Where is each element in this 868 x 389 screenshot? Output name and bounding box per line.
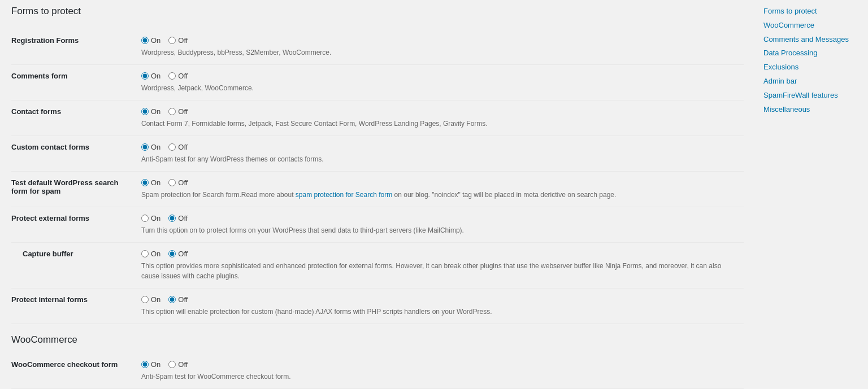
label-contact-forms: Contact forms <box>11 100 136 136</box>
description-contact-forms: Contact Form 7, Formidable forms, Jetpac… <box>141 119 738 129</box>
page-wrapper: Forms to protect Registration Forms On O… <box>0 0 868 389</box>
sidebar-link-forms-to-protect[interactable]: Forms to protect <box>763 7 817 15</box>
description-test-search: Spam protection for Search form.Read mor… <box>141 190 738 200</box>
radio-on-test-search[interactable] <box>141 179 149 186</box>
radio-off-custom-contact-forms[interactable] <box>168 143 176 151</box>
radio-group-test-search: On Off <box>141 178 738 187</box>
radio-off-contact-forms[interactable] <box>168 108 176 115</box>
label-on-custom-contact-forms[interactable]: On <box>141 143 160 151</box>
radio-off-protect-internal[interactable] <box>168 296 176 303</box>
form-table: Registration Forms On OffWordpress, Budd… <box>11 29 744 324</box>
sidebar: Forms to protectWooCommerceComments and … <box>755 0 868 389</box>
label-on-woo-checkout[interactable]: On <box>141 360 160 369</box>
description-registration-forms: Wordpress, Buddypress, bbPress, S2Member… <box>141 47 738 58</box>
sidebar-link-spamfirewall-features[interactable]: SpamFireWall features <box>763 91 838 99</box>
control-registration-forms: On OffWordpress, Buddypress, bbPress, S2… <box>136 29 744 65</box>
control-protect-external: On OffTurn this option on to protect for… <box>136 207 744 243</box>
label-custom-contact-forms: Custom contact forms <box>11 136 136 172</box>
label-off-contact-forms[interactable]: Off <box>168 107 188 116</box>
label-on-contact-forms[interactable]: On <box>141 107 160 116</box>
control-custom-contact-forms: On OffAnti-Spam test for any WordPress t… <box>136 136 744 172</box>
control-capture-buffer: On OffThis option provides more sophisti… <box>136 243 744 289</box>
sidebar-link-comments-and-messages[interactable]: Comments and Messages <box>763 35 849 43</box>
label-on-registration-forms[interactable]: On <box>141 36 160 45</box>
description-protect-external: Turn this option on to protect forms on … <box>141 225 738 235</box>
radio-off-protect-external[interactable] <box>168 215 176 222</box>
radio-group-protect-internal: On Off <box>141 295 738 304</box>
sidebar-item-data-processing[interactable]: Data Processing <box>763 47 860 59</box>
label-on-comments-form[interactable]: On <box>141 72 160 80</box>
radio-off-comments-form[interactable] <box>168 72 176 80</box>
label-off-test-search[interactable]: Off <box>168 178 188 187</box>
radio-on-custom-contact-forms[interactable] <box>141 143 149 151</box>
label-protect-external: Protect external forms <box>11 207 136 243</box>
control-comments-form: On OffWordpress, Jetpack, WooCommerce. <box>136 65 744 100</box>
description-capture-buffer: This option provides more sophisticated … <box>141 261 738 281</box>
label-off-protect-internal[interactable]: Off <box>168 295 188 304</box>
control-protect-internal: On OffThis option will enable protection… <box>136 289 744 324</box>
link-test-search[interactable]: spam protection for Search form <box>296 191 392 199</box>
sidebar-link-admin-bar[interactable]: Admin bar <box>763 77 797 85</box>
sidebar-nav: Forms to protectWooCommerceComments and … <box>763 6 860 115</box>
label-woo-checkout: WooCommerce checkout form <box>11 353 136 389</box>
control-test-search: On OffSpam protection for Search form.Re… <box>136 172 744 207</box>
control-woo-checkout: On OffAnti-Spam test for WooCommerce che… <box>136 353 744 389</box>
label-off-registration-forms[interactable]: Off <box>168 36 188 45</box>
label-registration-forms: Registration Forms <box>11 29 136 65</box>
radio-group-woo-checkout: On Off <box>141 360 738 369</box>
description-protect-internal: This option will enable protection for c… <box>141 307 738 317</box>
label-protect-internal: Protect internal forms <box>11 289 136 324</box>
main-content: Forms to protect Registration Forms On O… <box>0 0 755 389</box>
label-off-custom-contact-forms[interactable]: Off <box>168 143 188 151</box>
radio-on-protect-internal[interactable] <box>141 296 149 303</box>
label-on-test-search[interactable]: On <box>141 178 160 187</box>
label-test-search: Test default WordPress search form for s… <box>11 172 136 207</box>
sidebar-item-admin-bar[interactable]: Admin bar <box>763 76 860 88</box>
sidebar-item-spamfirewall-features[interactable]: SpamFireWall features <box>763 90 860 102</box>
sidebar-item-miscellaneous[interactable]: Miscellaneous <box>763 104 860 116</box>
radio-off-registration-forms[interactable] <box>168 37 176 44</box>
section-title: Forms to protect <box>11 6 744 20</box>
radio-on-woo-checkout[interactable] <box>141 361 149 368</box>
radio-group-registration-forms: On Off <box>141 36 738 45</box>
radio-on-capture-buffer[interactable] <box>141 250 149 257</box>
radio-on-registration-forms[interactable] <box>141 37 149 44</box>
description-woo-checkout: Anti-Spam test for WooCommerce checkout … <box>141 371 738 382</box>
label-off-woo-checkout[interactable]: Off <box>168 360 188 369</box>
description-custom-contact-forms: Anti-Spam test for any WordPress themes … <box>141 154 738 164</box>
sidebar-link-woocommerce[interactable]: WooCommerce <box>763 21 814 29</box>
label-on-protect-internal[interactable]: On <box>141 295 160 304</box>
sidebar-item-forms-to-protect[interactable]: Forms to protect <box>763 6 860 18</box>
sidebar-item-woocommerce[interactable]: WooCommerce <box>763 20 860 32</box>
radio-off-test-search[interactable] <box>168 179 176 186</box>
woo-form-table: WooCommerce checkout form On OffAnti-Spa… <box>11 353 744 389</box>
radio-group-custom-contact-forms: On Off <box>141 143 738 151</box>
sidebar-link-miscellaneous[interactable]: Miscellaneous <box>763 105 810 113</box>
radio-group-comments-form: On Off <box>141 72 738 80</box>
label-comments-form: Comments form <box>11 65 136 100</box>
woo-section-header: WooCommerce <box>11 334 744 348</box>
label-off-protect-external[interactable]: Off <box>168 214 188 222</box>
sidebar-item-comments-and-messages[interactable]: Comments and Messages <box>763 34 860 46</box>
sidebar-link-exclusions[interactable]: Exclusions <box>763 63 798 71</box>
radio-on-protect-external[interactable] <box>141 215 149 222</box>
description-comments-form: Wordpress, Jetpack, WooCommerce. <box>141 83 738 93</box>
control-contact-forms: On OffContact Form 7, Formidable forms, … <box>136 100 744 136</box>
radio-group-contact-forms: On Off <box>141 107 738 116</box>
sidebar-link-data-processing[interactable]: Data Processing <box>763 49 817 57</box>
label-on-protect-external[interactable]: On <box>141 214 160 222</box>
radio-on-contact-forms[interactable] <box>141 108 149 115</box>
radio-off-woo-checkout[interactable] <box>168 361 176 368</box>
label-on-capture-buffer[interactable]: On <box>141 250 160 258</box>
radio-off-capture-buffer[interactable] <box>168 250 176 257</box>
sidebar-item-exclusions[interactable]: Exclusions <box>763 62 860 73</box>
label-capture-buffer: Capture buffer <box>11 243 136 289</box>
radio-group-protect-external: On Off <box>141 214 738 222</box>
radio-group-capture-buffer: On Off <box>141 250 738 258</box>
label-off-comments-form[interactable]: Off <box>168 72 188 80</box>
label-off-capture-buffer[interactable]: Off <box>168 250 188 258</box>
radio-on-comments-form[interactable] <box>141 72 149 80</box>
